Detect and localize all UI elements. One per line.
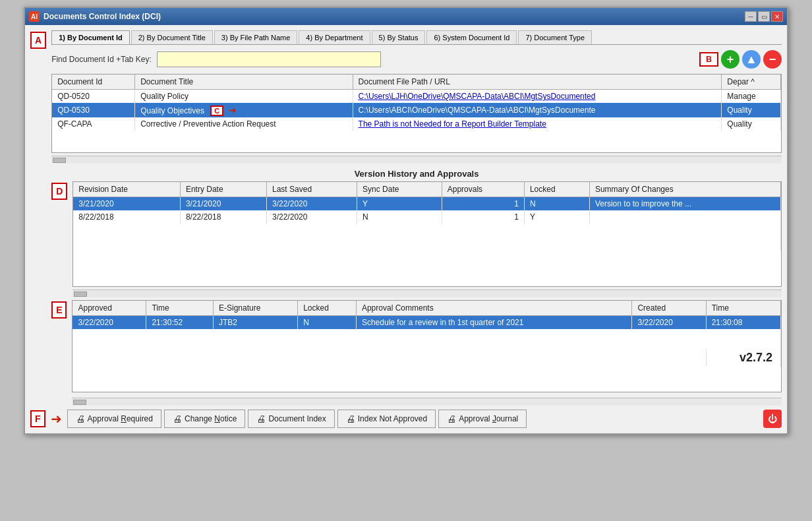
col-comments: Approval Comments xyxy=(356,301,632,316)
document-index-button[interactable]: 🖨 Document Index xyxy=(248,410,334,428)
col-document-title: Document Title xyxy=(135,75,353,90)
doc-title: Corrective / Preventive Action Request xyxy=(135,117,353,131)
col-sync-date: Sync Date xyxy=(357,182,442,197)
tab-bar: 1) By Document Id 2) By Document Title 3… xyxy=(51,30,782,45)
sync-date: N xyxy=(357,210,442,224)
col-created: Created xyxy=(632,301,706,316)
main-area: 1) By Document Id 2) By Document Title 3… xyxy=(51,30,782,406)
table-row[interactable]: QF-CAPA Corrective / Preventive Action R… xyxy=(52,117,780,131)
power-icon: ⏻ xyxy=(768,414,777,424)
version-history-title: Version History and Approvals xyxy=(51,169,782,179)
printer-icon: 🖨 xyxy=(447,414,456,424)
col-time: Time xyxy=(146,301,214,316)
doc-path: C:\Users\LJH\OneDrive\QMSCAPA-Data\ABCI\… xyxy=(353,90,722,104)
table-row: v2.7.2 xyxy=(72,349,780,367)
tab-by-file-path[interactable]: 3) By File Path Name xyxy=(214,30,298,44)
approval-required-button[interactable]: 🖨 Approval Required xyxy=(67,410,161,428)
find-input[interactable] xyxy=(157,51,381,67)
entry-date: 3/21/2020 xyxy=(180,197,266,211)
restore-button[interactable]: ▭ xyxy=(758,11,770,22)
col-approved: Approved xyxy=(72,301,146,316)
label-D: D xyxy=(51,183,67,200)
col-document-id: Document Id xyxy=(52,75,135,90)
document-table-container: Document Id Document Title Document File… xyxy=(51,74,782,153)
c-arrow-icon: ➜ xyxy=(229,105,237,115)
approvals-section: E Approved Time E-Signature Locked xyxy=(51,300,782,406)
close-button[interactable]: ✕ xyxy=(771,11,783,22)
approvals: 1 xyxy=(442,210,524,224)
col-approvals: Approvals xyxy=(442,182,524,197)
table-row[interactable]: QD-0520 Quality Policy C:\Users\LJH\OneD… xyxy=(52,90,780,104)
printer-icon: 🖨 xyxy=(76,414,85,424)
bottom-bar: F ➜ 🖨 Approval Required 🖨 Change Notice … xyxy=(30,410,782,428)
scrollbar-thumb xyxy=(53,158,66,163)
delete-button[interactable]: − xyxy=(763,50,782,69)
index-not-approved-button[interactable]: 🖨 Index Not Approved xyxy=(337,410,436,428)
approvals-scrollbar[interactable] xyxy=(72,398,782,406)
approved-date: 3/22/2020 xyxy=(72,316,146,330)
document-index-label: Document Index xyxy=(268,414,326,423)
minimize-button[interactable]: ─ xyxy=(745,11,757,22)
locked: N xyxy=(298,316,357,330)
approval-journal-button[interactable]: 🖨 Approval Journal xyxy=(438,410,527,428)
table-row[interactable]: QD-0530 Quality Objectives C ➜ C:\Users\… xyxy=(52,103,780,117)
approvals-table-container: Approved Time E-Signature Locked Approva… xyxy=(72,300,782,392)
title-bar-left: AI Documents Control Index (DCI) xyxy=(29,11,161,22)
created: 3/22/2020 xyxy=(632,316,706,330)
col-locked: Locked xyxy=(298,301,357,316)
locked: N xyxy=(524,197,589,211)
doc-dept: Quality xyxy=(722,103,781,117)
label-E: E xyxy=(51,301,67,319)
doc-id: QD-0520 xyxy=(52,90,135,104)
doc-id: QD-0530 xyxy=(52,103,135,117)
approvals: 1 xyxy=(442,197,524,211)
find-bar: Find Document Id +Tab Key: B + ▲ − xyxy=(51,50,782,69)
locked: Y xyxy=(524,210,589,224)
scrollbar-thumb xyxy=(73,400,86,405)
approval-required-label: Approval Required xyxy=(88,414,153,423)
printer-icon: 🖨 xyxy=(173,414,182,424)
document-table: Document Id Document Title Document File… xyxy=(52,75,781,131)
last-saved: 3/22/2020 xyxy=(267,210,357,224)
approved-time: 21:30:52 xyxy=(146,316,214,330)
window-title: Documents Control Index (DCI) xyxy=(44,12,161,21)
approvals-table: Approved Time E-Signature Locked Approva… xyxy=(72,301,781,367)
label-F: F xyxy=(30,410,45,427)
doc-table-scrollbar[interactable] xyxy=(51,156,782,164)
rev-date: 3/21/2020 xyxy=(73,197,180,211)
action-buttons: B + ▲ − xyxy=(699,50,782,69)
col-entry-date: Entry Date xyxy=(180,182,266,197)
tab-by-document-id[interactable]: 1) By Document Id xyxy=(51,30,130,44)
tab-document-type[interactable]: 7) Document Type xyxy=(518,30,592,44)
tab-by-document-title[interactable]: 2) By Document Title xyxy=(131,30,213,44)
table-row[interactable]: 3/21/2020 3/21/2020 3/22/2020 Y 1 N Vers… xyxy=(73,197,780,211)
table-row[interactable]: 8/22/2018 8/22/2018 3/22/2020 N 1 Y xyxy=(73,210,780,224)
app-icon: AI xyxy=(29,11,40,22)
power-button[interactable]: ⏻ xyxy=(763,410,782,428)
doc-dept: Quality xyxy=(722,117,781,131)
sync-date: Y xyxy=(357,197,442,211)
version-table-container: Revision Date Entry Date Last Saved Sync… xyxy=(72,181,782,287)
summary: Version to to improve the ... xyxy=(589,197,780,211)
version-section: D Revision Date Entry Date Last Saved Sy… xyxy=(51,181,782,297)
add-button[interactable]: + xyxy=(721,50,740,69)
table-row[interactable]: 3/22/2020 21:30:52 JTB2 N Schedule for a… xyxy=(72,316,780,330)
col-created-time: Time xyxy=(706,301,780,316)
change-notice-button[interactable]: 🖨 Change Notice xyxy=(164,410,245,428)
tab-by-status[interactable]: 5) By Status xyxy=(372,30,426,44)
window-controls: ─ ▭ ✕ xyxy=(745,11,783,22)
change-notice-label: Change Notice xyxy=(185,414,237,423)
label-A: A xyxy=(30,32,46,49)
approval-journal-label: Approval Journal xyxy=(459,414,518,423)
approvals-table-wrapper: Approved Time E-Signature Locked Approva… xyxy=(72,300,782,406)
version-table-wrapper: Revision Date Entry Date Last Saved Sync… xyxy=(72,181,782,297)
col-summary: Summary Of Changes xyxy=(589,182,780,197)
summary xyxy=(589,210,780,224)
find-label: Find Document Id +Tab Key: xyxy=(51,55,152,64)
tab-system-doc-id[interactable]: 6) System Document Id xyxy=(426,30,517,44)
index-not-approved-label: Index Not Approved xyxy=(358,414,427,423)
tab-by-department[interactable]: 4) By Department xyxy=(299,30,370,44)
f-arrow-icon: ➜ xyxy=(51,411,62,427)
version-scrollbar[interactable] xyxy=(72,290,782,297)
edit-button[interactable]: ▲ xyxy=(742,50,761,69)
